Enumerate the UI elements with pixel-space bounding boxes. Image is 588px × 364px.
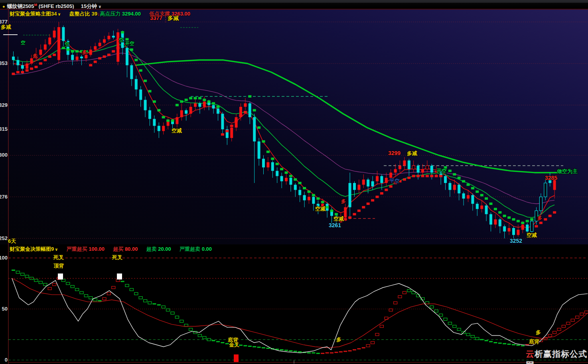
osc-trail-square	[407, 289, 411, 292]
lower-indicator-name[interactable]: 财宝聚金决策幅图9	[10, 246, 54, 252]
severe-oversold-label: 严重超卖	[180, 246, 200, 252]
candle-body	[85, 55, 87, 59]
candle-body	[21, 65, 24, 69]
candle-body	[367, 179, 369, 186]
main-chart-header: 财宝聚金策略主图34∨ 盘整占比 39↓高点压力 3294.00 低点支撑 32…	[10, 10, 190, 18]
chevron-down-icon[interactable]: ∨	[55, 247, 58, 252]
candle-body	[107, 36, 110, 39]
support-value: 3263.00	[172, 11, 190, 17]
signal-trail-marker	[348, 216, 351, 219]
osc-trail-dash	[353, 349, 356, 350]
annotation-label: 多	[341, 199, 346, 204]
osc-trail-dash	[152, 303, 156, 305]
candle-body	[508, 228, 511, 232]
main-indicator-name[interactable]: 财宝聚金策略主图34	[10, 11, 57, 17]
candle-body	[499, 219, 501, 226]
candle-body	[349, 183, 351, 207]
y-axis-label: 353	[0, 60, 8, 66]
osc-trail-square	[580, 313, 584, 315]
candle-body	[371, 181, 374, 187]
signal-trail-marker	[330, 209, 333, 212]
osc-trail-dash	[212, 340, 215, 341]
candle-body	[39, 50, 42, 55]
signal-trail-marker	[89, 64, 92, 67]
signal-trail-marker	[262, 140, 265, 143]
signal-trail-marker	[458, 177, 461, 179]
signal-trail-marker	[48, 55, 51, 58]
candle-body	[494, 219, 497, 224]
signal-trail-marker	[107, 54, 110, 56]
osc-trail-square	[189, 328, 193, 331]
candle-body	[385, 178, 388, 183]
osc-trail-dash	[326, 352, 329, 354]
annotation-label: 多减	[407, 150, 417, 156]
annotation-label: 多	[33, 53, 37, 59]
osc-trail-dash	[330, 352, 333, 354]
candle-body	[230, 128, 233, 138]
candle-body	[308, 197, 310, 201]
osc-trail-dash	[257, 347, 261, 348]
osc-trail-dash	[289, 350, 292, 351]
candle-body	[448, 183, 451, 190]
candle-body	[176, 117, 178, 124]
candle-body	[26, 63, 28, 69]
osc-trail-dash	[489, 341, 493, 342]
candle-body	[180, 110, 183, 117]
osc-trail-square	[103, 297, 106, 300]
osc-annotation-label: 多	[336, 336, 341, 342]
signal-trail-marker	[312, 194, 315, 196]
candle-body	[485, 205, 488, 214]
osc-trail-dash	[493, 342, 497, 343]
osc-trail-square	[576, 316, 579, 318]
signal-trail-marker	[171, 120, 174, 122]
oversold-value: 20.00	[158, 246, 171, 252]
candle-body	[389, 173, 392, 178]
candle-body	[162, 126, 165, 131]
osc-trail-square	[439, 314, 443, 316]
signal-trail-marker	[512, 218, 515, 220]
osc-trail-square	[198, 334, 201, 337]
osc-trail-dash	[316, 353, 320, 354]
chevron-down-icon[interactable]: ∨	[57, 12, 61, 16]
signal-trail-marker	[480, 194, 483, 196]
osc-trail-square	[371, 341, 375, 344]
signal-trail-marker	[407, 177, 410, 179]
candle-body	[303, 195, 306, 200]
signal-trail-marker	[21, 71, 24, 73]
osc-y-axis-label: 50	[2, 306, 8, 312]
resistance-label: 高点压力	[100, 11, 120, 17]
y-axis-label: 276	[0, 194, 8, 200]
osc-trail-dash	[521, 345, 525, 346]
osc-trail-square	[16, 271, 20, 273]
signal-trail-marker	[376, 196, 379, 198]
candle-body	[126, 48, 128, 65]
osc-trail-square	[80, 291, 83, 294]
chart-canvas[interactable]: 377353329315300276252多减空空多多3377多减空开空空减空减…	[0, 0, 588, 364]
candle-body	[544, 183, 547, 197]
candle-body	[489, 214, 492, 224]
candle-body	[344, 207, 347, 218]
candle-body	[531, 221, 533, 232]
annotation-label: 多	[537, 215, 542, 221]
osc-trail-square	[471, 335, 474, 338]
signal-trail-marker	[357, 209, 361, 212]
signal-trail-marker	[148, 90, 152, 92]
osc-trail-dash	[312, 352, 315, 354]
signal-trail-marker	[257, 126, 260, 129]
signal-trail-marker	[126, 38, 129, 40]
cross-signal-flag	[234, 354, 239, 362]
osc-trail-square	[139, 297, 142, 299]
candle-body	[12, 57, 15, 60]
signal-trail-marker	[248, 95, 251, 98]
signal-trail-marker	[476, 191, 479, 193]
signal-trail-marker	[344, 218, 347, 220]
candle-body	[376, 176, 379, 181]
osc-annotation-label: 金叉	[229, 342, 239, 348]
osc-trail-square	[375, 333, 379, 336]
osc-trail-square	[398, 295, 402, 298]
signal-trail-marker	[94, 61, 97, 63]
candle-body	[16, 60, 19, 65]
osc-trail-square	[134, 293, 138, 295]
osc-trail-dash	[498, 342, 502, 344]
osc-trail-square	[175, 316, 179, 318]
